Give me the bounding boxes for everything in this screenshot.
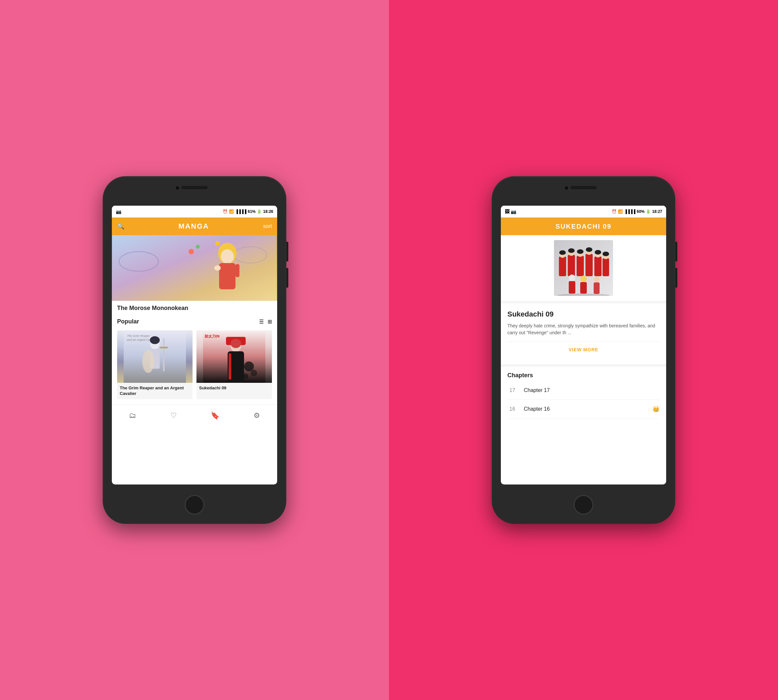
alarm-icon: ⏰ — [223, 209, 228, 214]
battery-icon-r: 🔋 — [646, 209, 651, 214]
svg-text:The Grim Reaper: The Grim Reaper — [127, 334, 150, 338]
manga-list-content: The Morose Mononokean Popular ☰ ⊞ — [112, 235, 277, 405]
camera-left — [175, 185, 180, 191]
status-bar-right: 🖼 📷 ⏰ 📶 ▐▐▐▐ 60% 🔋 18:27 — [501, 206, 666, 217]
svg-point-15 — [150, 336, 160, 344]
featured-banner[interactable] — [112, 235, 277, 301]
search-icon[interactable]: 🔍 — [117, 223, 124, 230]
instagram-icon: 📷 — [511, 209, 516, 214]
manga-app-header: 🔍 MANGA sort — [112, 217, 277, 235]
svg-point-29 — [231, 339, 241, 348]
svg-point-27 — [251, 370, 257, 376]
gallery-icon: 🖼 — [505, 209, 510, 214]
manga-card-sukedachi[interactable]: 助太刀09 — [197, 330, 272, 399]
svg-rect-32 — [568, 255, 575, 276]
nav-settings[interactable]: ⚙ — [253, 411, 260, 420]
svg-point-10 — [215, 241, 220, 246]
left-phone: 📷 ⏰ 📶 ▐▐▐▐ 61% 🔋 18:26 🔍 MANGA sort — [103, 176, 287, 524]
library-icon: 🗂 — [129, 411, 136, 420]
phone-body-right: 🖼 📷 ⏰ 📶 ▐▐▐▐ 60% 🔋 18:27 SUKEDACHI 09 — [491, 176, 675, 524]
home-button-right[interactable] — [574, 495, 593, 515]
heart-icon: ♡ — [170, 411, 177, 420]
nav-favorites[interactable]: ♡ — [170, 411, 177, 420]
svg-rect-5 — [219, 263, 235, 289]
status-right-right-info: ⏰ 📶 ▐▐▐▐ 60% 🔋 18:27 — [612, 209, 662, 214]
chapter-number-17: 17 — [507, 387, 517, 393]
svg-point-48 — [603, 252, 609, 256]
vol-down-left — [287, 268, 288, 288]
status-right-left-icons: 🖼 📷 — [505, 209, 516, 214]
svg-rect-7 — [235, 264, 240, 277]
svg-rect-54 — [569, 281, 575, 293]
chapters-section-title: Chapters — [507, 372, 660, 379]
svg-point-26 — [244, 362, 254, 371]
svg-rect-25 — [228, 353, 231, 380]
chapters-section: Chapters 17 Chapter 17 16 Chapter 16 👑 — [501, 367, 666, 424]
chapter-name-17: Chapter 17 — [524, 387, 660, 393]
grim-reaper-cover: The Grim Reaper and an Argent Cavalier — [117, 330, 193, 383]
svg-point-17 — [142, 350, 154, 373]
nav-bookmarks[interactable]: 🔖 — [211, 411, 220, 420]
chapter-item-16[interactable]: 16 Chapter 16 👑 — [507, 400, 660, 419]
battery-icon: 🔋 — [257, 209, 262, 214]
status-right-info: ⏰ 📶 ▐▐▐▐ 61% 🔋 18:26 — [223, 209, 273, 214]
detail-app-header: SUKEDACHI 09 — [501, 217, 666, 235]
popular-label: Popular — [117, 318, 139, 325]
bookmark-icon: 🔖 — [211, 411, 220, 420]
camera-status-icon: 📷 — [116, 209, 122, 214]
svg-point-28 — [243, 373, 248, 379]
right-phone: 🖼 📷 ⏰ 📶 ▐▐▐▐ 60% 🔋 18:27 SUKEDACHI 09 — [491, 176, 675, 524]
speaker-left — [182, 186, 208, 189]
screen-right: 🖼 📷 ⏰ 📶 ▐▐▐▐ 60% 🔋 18:27 SUKEDACHI 09 — [501, 206, 666, 485]
time-left: 18:26 — [263, 209, 273, 214]
featured-manga-title[interactable]: The Morose Mononokean — [112, 301, 277, 315]
nav-library[interactable]: 🗂 — [129, 411, 136, 420]
detail-header-title: SUKEDACHI 09 — [556, 223, 612, 230]
svg-point-47 — [595, 250, 601, 255]
bottom-navigation: 🗂 ♡ 🔖 ⚙ — [112, 405, 277, 427]
home-button-left[interactable] — [185, 495, 204, 515]
svg-point-44 — [568, 248, 575, 253]
grim-reaper-title: The Grim Reaper and an Argent Cavalier — [117, 383, 193, 399]
chapter-item-17[interactable]: 17 Chapter 17 — [507, 382, 660, 400]
grid-view-icon[interactable]: ⊞ — [268, 318, 272, 325]
svg-rect-19 — [160, 347, 168, 348]
manga-card-grim-reaper[interactable]: The Grim Reaper and an Argent Cavalier — [117, 330, 193, 399]
sukedachi-cover-art: 助太刀09 — [197, 330, 272, 383]
detail-cover-image — [554, 240, 613, 296]
chapter-number-16: 16 — [507, 406, 517, 412]
detail-cover-area — [501, 235, 666, 301]
svg-rect-31 — [559, 257, 566, 276]
svg-point-9 — [196, 245, 200, 248]
detail-content-area: Sukedachi 09 They deeply hate crime, str… — [501, 235, 666, 424]
sukedachi-title: Sukedachi 09 — [197, 383, 272, 393]
svg-point-8 — [188, 249, 194, 254]
view-toggle-icons: ☰ ⊞ — [259, 318, 272, 325]
wifi-icon: 📶 — [229, 209, 234, 214]
view-more-button[interactable]: VIEW MORE — [507, 342, 660, 358]
svg-rect-34 — [585, 254, 593, 276]
screen-left: 📷 ⏰ 📶 ▐▐▐▐ 61% 🔋 18:26 🔍 MANGA sort — [112, 206, 277, 485]
chapter-name-16: Chapter 16 — [524, 406, 646, 412]
gear-icon: ⚙ — [253, 411, 260, 420]
svg-rect-36 — [603, 258, 609, 276]
svg-text:助太刀09: 助太刀09 — [205, 334, 220, 338]
svg-rect-52 — [594, 282, 600, 294]
detail-description: They deeply hate crime, strongly sympath… — [507, 322, 660, 336]
svg-point-51 — [594, 277, 600, 282]
svg-rect-0 — [113, 235, 277, 301]
svg-point-49 — [580, 275, 587, 282]
svg-point-46 — [586, 247, 592, 252]
svg-point-45 — [577, 249, 583, 254]
camera-right — [564, 185, 569, 191]
status-bar-left: 📷 ⏰ 📶 ▐▐▐▐ 61% 🔋 18:26 — [112, 206, 277, 217]
sort-button[interactable]: sort — [263, 223, 272, 229]
signal-bars: ▐▐▐▐ — [235, 209, 247, 214]
status-left-icons: 📷 — [116, 209, 122, 214]
vol-up-left — [287, 242, 288, 262]
list-view-icon[interactable]: ☰ — [259, 318, 264, 325]
popular-section-header: Popular ☰ ⊞ — [112, 315, 277, 328]
battery-percent: 61% — [248, 209, 255, 214]
svg-point-53 — [569, 275, 575, 281]
svg-rect-50 — [580, 282, 587, 293]
